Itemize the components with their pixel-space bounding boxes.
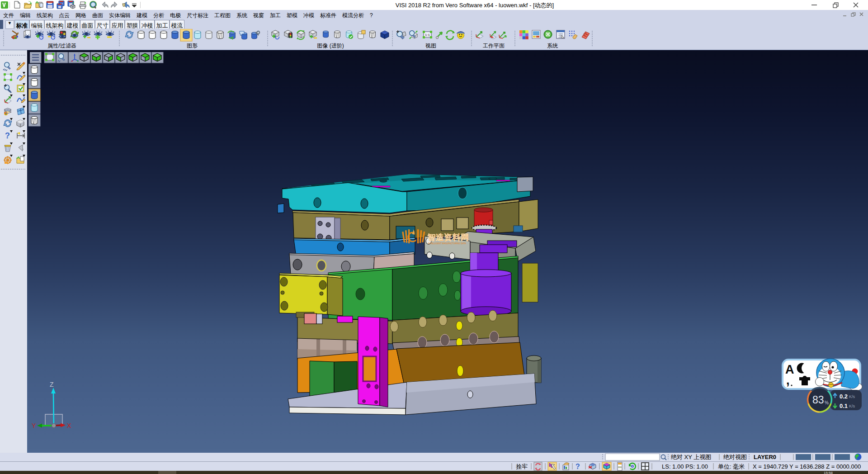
svg-text:绝对 XY 上视图: 绝对 XY 上视图 bbox=[671, 454, 711, 460]
svg-text:INTELLIGENT MANUFACTURING DATA: INTELLIGENT MANUFACTURING DATA bbox=[428, 242, 467, 245]
svg-text:工作平面: 工作平面 bbox=[483, 43, 505, 49]
svg-text:?: ? bbox=[576, 463, 580, 470]
svg-text:系统: 系统 bbox=[547, 43, 558, 49]
svg-text:?: ? bbox=[5, 131, 10, 140]
svg-text:X = 1940.729 Y = 1636.288 Z =: X = 1940.729 Y = 1636.288 Z = 0000.000 bbox=[753, 463, 861, 470]
svg-text:Y: Y bbox=[32, 422, 36, 429]
svg-text:K/s: K/s bbox=[849, 394, 855, 399]
svg-text:图形: 图形 bbox=[187, 43, 198, 49]
svg-text:1:1: 1:1 bbox=[425, 33, 430, 37]
svg-text:X: X bbox=[67, 422, 71, 429]
svg-text:83: 83 bbox=[812, 394, 824, 406]
svg-text:拴牢: 拴牢 bbox=[516, 463, 528, 470]
svg-text:Z: Z bbox=[50, 381, 54, 388]
svg-text:,: , bbox=[786, 374, 790, 387]
svg-text:%: % bbox=[825, 400, 829, 405]
svg-text:LAYER0: LAYER0 bbox=[754, 454, 776, 460]
svg-text:图像 (进阶): 图像 (进阶) bbox=[317, 43, 344, 49]
svg-text:LS: 1.00 PS: 1.00: LS: 1.00 PS: 1.00 bbox=[662, 463, 708, 470]
svg-text:智造资料网: 智造资料网 bbox=[427, 233, 469, 242]
svg-text:视图: 视图 bbox=[425, 43, 436, 49]
svg-text:0.2: 0.2 bbox=[840, 393, 848, 400]
svg-text:0.1: 0.1 bbox=[840, 403, 848, 409]
svg-text:单位: 毫米: 单位: 毫米 bbox=[718, 463, 745, 470]
svg-text:属性/过滤器: 属性/过滤器 bbox=[47, 43, 76, 49]
svg-text:绝对视图: 绝对视图 bbox=[723, 454, 747, 460]
svg-text:K/s: K/s bbox=[849, 404, 855, 408]
